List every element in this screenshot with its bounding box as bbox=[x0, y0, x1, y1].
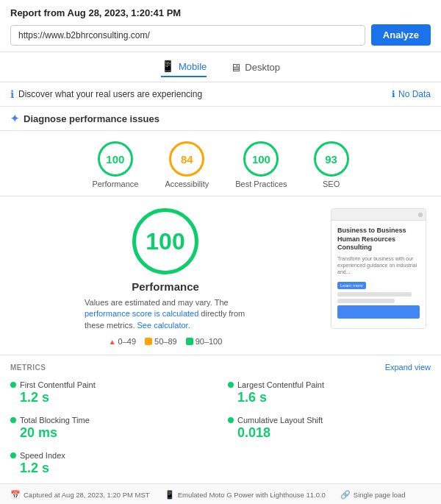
metric-lcp: Largest Contentful Paint 1.6 s bbox=[228, 377, 431, 408]
link-icon: 🔗 bbox=[340, 490, 351, 500]
info-icon-right: ℹ bbox=[392, 89, 395, 99]
preview-content: Business to Business Human Resources Con… bbox=[331, 221, 426, 328]
metric-tbt: Total Blocking Time 20 ms bbox=[10, 413, 213, 444]
analyze-button[interactable]: Analyze bbox=[371, 24, 431, 46]
diagnose-title: Diagnose performance issues bbox=[24, 113, 159, 124]
metric-cls-name: Cumulative Layout Shift bbox=[228, 416, 431, 425]
metric-fcp-value: 1.2 s bbox=[10, 390, 213, 405]
metric-si-value: 1.2 s bbox=[10, 461, 213, 476]
expand-view-button[interactable]: Expand view bbox=[385, 363, 431, 372]
preview-cta: Learn more bbox=[337, 282, 366, 289]
info-icon: ℹ bbox=[10, 88, 14, 100]
phone-icon: 📱 bbox=[165, 490, 175, 500]
info-bar: ℹ Discover what your real users are expe… bbox=[0, 82, 441, 107]
score-desc-text1: Values are estimated and may vary. The bbox=[85, 298, 229, 307]
calculator-link[interactable]: See calculator. bbox=[137, 321, 190, 330]
info-bar-left: ℹ Discover what your real users are expe… bbox=[10, 88, 202, 100]
score-label-accessibility: Accessibility bbox=[165, 180, 209, 188]
triangle-icon: ▲ bbox=[109, 338, 116, 346]
no-data-label: No Data bbox=[398, 89, 431, 99]
detail-panel: 100 Performance Values are estimated and… bbox=[0, 196, 441, 355]
metric-si-name: Speed Index bbox=[10, 451, 213, 460]
legend-label-90-100: 90–100 bbox=[196, 337, 223, 346]
url-input[interactable] bbox=[10, 25, 365, 46]
preview-bar-dot bbox=[418, 213, 423, 217]
metric-tbt-value: 20 ms bbox=[10, 425, 213, 441]
calendar-icon: 📅 bbox=[10, 490, 21, 500]
metric-lcp-value: 1.6 s bbox=[228, 390, 431, 405]
legend-row: ▲ 0–49 50–89 90–100 bbox=[109, 337, 223, 346]
score-desc: Values are estimated and may vary. The p… bbox=[85, 297, 246, 331]
footer-single-page-text: Single page load bbox=[354, 491, 406, 499]
legend-0-49: ▲ 0–49 bbox=[109, 337, 136, 346]
footer-emulated-text: Emulated Moto G Power with Lighthouse 11… bbox=[178, 491, 326, 499]
metrics-section: METRICS Expand view First Contentful Pai… bbox=[0, 355, 441, 483]
big-score-label: Performance bbox=[132, 280, 199, 293]
score-label-seo: SEO bbox=[323, 180, 340, 188]
metric-lcp-dot bbox=[228, 382, 234, 388]
preview-line-2 bbox=[337, 299, 395, 303]
metric-tbt-name: Total Blocking Time bbox=[10, 416, 213, 425]
score-circle-seo: 93 bbox=[314, 141, 349, 177]
legend-dot-50-89 bbox=[145, 338, 152, 345]
footer-captured-text: Captured at Aug 28, 2023, 1:20 PM MST bbox=[24, 491, 150, 499]
big-score-circle: 100 bbox=[132, 208, 198, 274]
score-seo[interactable]: 93 SEO bbox=[314, 141, 349, 188]
metric-si-dot bbox=[10, 452, 16, 458]
preview-blue-bar bbox=[337, 305, 420, 319]
metric-tbt-dot bbox=[10, 417, 16, 423]
score-circle-best-practices: 100 bbox=[243, 141, 279, 177]
legend-dot-90-100 bbox=[186, 338, 193, 345]
metrics-title: METRICS bbox=[10, 363, 46, 372]
perf-score-link[interactable]: performance score is calculated bbox=[85, 309, 198, 318]
mobile-icon: 📱 bbox=[161, 60, 175, 73]
score-circle-performance: 100 bbox=[98, 141, 133, 177]
score-best-practices[interactable]: 100 Best Practices bbox=[235, 141, 287, 188]
score-label-best-practices: Best Practices bbox=[235, 180, 287, 188]
header: Report from Aug 28, 2023, 1:20:41 PM Ana… bbox=[0, 0, 441, 52]
score-circle-accessibility: 84 bbox=[169, 141, 204, 177]
star-icon: ✦ bbox=[10, 113, 19, 124]
tab-desktop[interactable]: 🖥 Desktop bbox=[230, 60, 280, 77]
scores-panel: 100 Performance 84 Accessibility 100 Bes… bbox=[0, 131, 441, 196]
tab-mobile[interactable]: 📱 Mobile bbox=[161, 60, 207, 77]
detail-left: 100 Performance Values are estimated and… bbox=[15, 208, 316, 346]
url-bar-row: Analyze bbox=[10, 24, 431, 46]
tab-row: 📱 Mobile 🖥 Desktop bbox=[0, 52, 441, 82]
metric-cls-dot bbox=[228, 417, 234, 423]
footer-single-page: 🔗 Single page load bbox=[340, 490, 406, 500]
tab-mobile-label: Mobile bbox=[179, 61, 207, 72]
preview-line-1 bbox=[337, 292, 412, 297]
metric-fcp-dot bbox=[10, 382, 16, 388]
info-bar-text: Discover what your real users are experi… bbox=[18, 89, 202, 99]
page-preview: Business to Business Human Resources Con… bbox=[331, 208, 426, 329]
report-title: Report from Aug 28, 2023, 1:20:41 PM bbox=[10, 7, 431, 18]
footer-emulated: 📱 Emulated Moto G Power with Lighthouse … bbox=[165, 490, 326, 500]
legend-label-50-89: 50–89 bbox=[154, 337, 177, 346]
score-accessibility[interactable]: 84 Accessibility bbox=[165, 141, 209, 188]
diagnose-header: ✦ Diagnose performance issues bbox=[0, 107, 441, 131]
legend-50-89: 50–89 bbox=[145, 337, 177, 346]
detail-right: Business to Business Human Resources Con… bbox=[331, 208, 426, 329]
footer-bar: 📅 Captured at Aug 28, 2023, 1:20 PM MST … bbox=[0, 483, 441, 504]
preview-title: Business to Business Human Resources Con… bbox=[337, 227, 420, 252]
footer-captured: 📅 Captured at Aug 28, 2023, 1:20 PM MST bbox=[10, 490, 150, 500]
page-wrapper: Report from Aug 28, 2023, 1:20:41 PM Ana… bbox=[0, 0, 441, 504]
no-data-link[interactable]: ℹ No Data bbox=[392, 89, 431, 99]
metrics-grid: First Contentful Paint 1.2 s Largest Con… bbox=[10, 377, 431, 479]
metric-fcp: First Contentful Paint 1.2 s bbox=[10, 377, 213, 408]
metrics-header-row: METRICS Expand view bbox=[10, 363, 431, 372]
preview-desc: Transform your business with our experie… bbox=[337, 255, 420, 275]
score-performance[interactable]: 100 Performance bbox=[92, 141, 138, 188]
metric-lcp-name: Largest Contentful Paint bbox=[228, 380, 431, 389]
desktop-icon: 🖥 bbox=[230, 61, 241, 74]
metric-si: Speed Index 1.2 s bbox=[10, 448, 213, 479]
legend-90-100: 90–100 bbox=[186, 337, 223, 346]
legend-label-0-49: 0–49 bbox=[118, 337, 136, 346]
metric-fcp-name: First Contentful Paint bbox=[10, 380, 213, 389]
tab-desktop-label: Desktop bbox=[245, 62, 280, 73]
score-label-performance: Performance bbox=[92, 180, 138, 188]
preview-topbar bbox=[331, 209, 426, 221]
metric-cls-value: 0.018 bbox=[228, 425, 431, 441]
metric-cls: Cumulative Layout Shift 0.018 bbox=[228, 413, 431, 444]
